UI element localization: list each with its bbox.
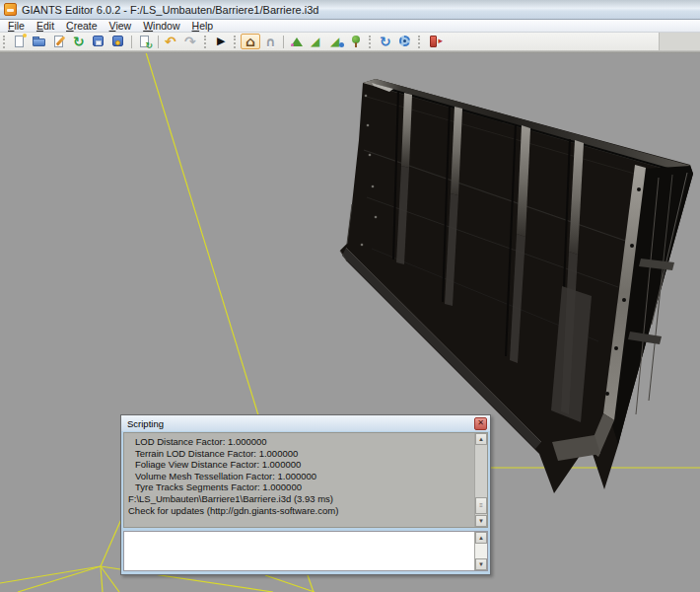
editor-window: GIANTS Editor 6.0.2 - F:/LS_Umbauten/Bar… (0, 0, 700, 592)
menu-file[interactable]: File (2, 20, 31, 33)
menubar: FileEditCreateViewWindowHelp (0, 20, 700, 33)
save-as-button[interactable] (108, 34, 128, 49)
orbit-icon (378, 34, 393, 49)
undo-button[interactable] (162, 34, 181, 49)
tree-button[interactable] (346, 34, 366, 49)
redo-button[interactable] (181, 34, 201, 49)
save-icon (91, 34, 106, 49)
magnet-icon (262, 34, 278, 49)
toolbar-grip (369, 36, 373, 48)
terrain-paint-button[interactable] (326, 34, 346, 49)
menu-edit[interactable]: Edit (31, 20, 60, 33)
scripting-panel-body: LOD Distance Factor: 1.000000Terrain LOD… (123, 432, 488, 571)
giants-logo-icon (4, 3, 17, 16)
play-icon (213, 34, 229, 49)
log-line: Check for updates (http://gdn.giants-sof… (124, 505, 487, 517)
toolbar-grip (204, 36, 208, 48)
menu-view[interactable]: View (104, 20, 138, 33)
open-folder-icon (32, 34, 47, 49)
titlebar[interactable]: GIANTS Editor 6.0.2 - F:/LS_Umbauten/Bar… (0, 0, 700, 20)
open-folder-button[interactable] (30, 34, 49, 49)
scripting-panel: Scripting LOD Distance Factor: 1.000000T… (120, 414, 491, 575)
toolbar-grip (3, 36, 7, 48)
edit-page-icon (51, 34, 67, 49)
magnet-button[interactable] (260, 34, 280, 49)
window-title: GIANTS Editor 6.0.2 - F:/LS_Umbauten/Bar… (22, 4, 318, 16)
log-line: F:\LS_Umbauten\Barriere1\Barriere.i3d (3… (124, 493, 487, 505)
terrain-smooth-button[interactable] (307, 34, 326, 49)
reload-scene-button[interactable] (69, 34, 89, 49)
close-icon[interactable] (474, 417, 487, 430)
terrain-smooth-icon (309, 34, 324, 49)
toolbar-sep (283, 36, 284, 48)
undo-icon (164, 34, 179, 49)
reload-scene-icon (71, 34, 87, 49)
toolbar-bottom-edge (0, 50, 700, 53)
script-input[interactable] (123, 531, 488, 571)
log-line: LOD Distance Factor: 1.000000 (124, 436, 487, 448)
input-scrollbar[interactable] (474, 532, 487, 570)
import-page-icon (137, 34, 153, 49)
home-icon (243, 34, 258, 49)
menu-create[interactable]: Create (60, 20, 104, 33)
import-page-button[interactable] (135, 34, 155, 49)
toolbar (0, 33, 660, 50)
home-button[interactable] (241, 34, 260, 49)
exit-icon (427, 34, 443, 49)
scroll-down-icon[interactable] (475, 558, 487, 570)
orbit-button[interactable] (376, 34, 395, 49)
new-file-icon (12, 34, 28, 49)
scroll-up-icon[interactable] (475, 433, 487, 445)
script-log[interactable]: LOD Distance Factor: 1.000000Terrain LOD… (123, 432, 488, 528)
terrain-sculpt-icon (289, 34, 305, 49)
menu-window[interactable]: Window (137, 20, 185, 33)
save-as-icon (110, 34, 126, 49)
toolbar-grip (234, 36, 238, 48)
scroll-down-icon[interactable] (475, 515, 487, 527)
new-file-button[interactable] (10, 34, 30, 49)
scripting-panel-title: Scripting (127, 418, 164, 429)
scripting-panel-titlebar[interactable]: Scripting (121, 415, 490, 431)
log-line: Tyre Tracks Segments Factor: 1.000000 (124, 481, 487, 493)
edit-page-button[interactable] (49, 34, 69, 49)
terrain-sculpt-button[interactable] (287, 34, 307, 49)
toolbar-sep (158, 36, 159, 48)
settings-icon (397, 34, 413, 49)
log-line: Terrain LOD Distance Factor: 1.000000 (124, 448, 487, 460)
settings-button[interactable] (395, 34, 415, 49)
log-line: Foliage View Distance Factor: 1.000000 (124, 459, 487, 471)
play-button[interactable] (211, 34, 231, 49)
log-lines: LOD Distance Factor: 1.000000Terrain LOD… (124, 436, 487, 516)
save-button[interactable] (89, 34, 108, 49)
scroll-thumb[interactable] (475, 497, 487, 514)
scroll-up-icon[interactable] (475, 532, 487, 544)
redo-icon (183, 34, 199, 49)
terrain-paint-icon (328, 34, 344, 49)
tree-icon (348, 34, 364, 49)
toolbar-row (0, 33, 700, 50)
log-line: Volume Mesh Tessellation Factor: 1.00000… (124, 471, 487, 482)
toolbar-grip (418, 36, 422, 48)
menu-help[interactable]: Help (186, 20, 220, 33)
log-scrollbar[interactable] (474, 433, 487, 527)
exit-button[interactable] (425, 34, 445, 49)
toolbar-sep (131, 36, 132, 48)
